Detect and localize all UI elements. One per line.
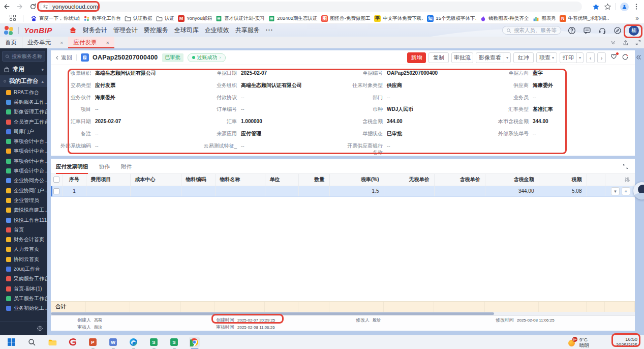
taskbar-icon-sgreen[interactable]: S bbox=[148, 337, 159, 347]
sidebar-item[interactable]: 采购服务工作… bbox=[0, 97, 47, 107]
page-tab[interactable]: 业务单元× bbox=[22, 37, 68, 48]
column-header[interactable]: 序号 bbox=[63, 174, 86, 186]
sidebar-item[interactable]: 悦悦工作台111 bbox=[0, 215, 47, 225]
chevron-down-icon[interactable]: ▾ bbox=[577, 55, 583, 60]
sidebar-item[interactable]: 企业协同门户-… bbox=[0, 186, 47, 195]
forward-icon[interactable] bbox=[13, 2, 26, 12]
chevron-down-icon[interactable]: ▾ bbox=[504, 55, 510, 60]
header-menu-more[interactable]: ··· bbox=[264, 24, 275, 37]
header-menu-item[interactable]: 共享服务 bbox=[233, 24, 262, 37]
toolbar-nav-button[interactable]: ‹ bbox=[586, 52, 595, 63]
column-header[interactable]: 单位 bbox=[265, 174, 298, 186]
bookmark-item[interactable]: 知15个无版权字体下… bbox=[427, 15, 476, 22]
favorite-icon[interactable] bbox=[610, 53, 618, 63]
toolbar-button-红冲[interactable]: 红冲 bbox=[513, 52, 534, 63]
sidebar-item[interactable]: 事项会计中台… bbox=[0, 147, 47, 156]
sidebar-item[interactable]: 影像管理工作台 bbox=[0, 107, 47, 117]
table-row[interactable]: 11.5344.005.08▾« bbox=[51, 186, 635, 196]
taskbar-weather[interactable]: 9+ 9°C晴朗 bbox=[568, 335, 589, 349]
close-tab-icon[interactable]: × bbox=[106, 40, 109, 46]
sidebar-item[interactable]: 员工服务工作台 bbox=[0, 294, 47, 303]
detail-tab[interactable]: 应付发票明细 bbox=[56, 159, 88, 174]
column-header[interactable]: 税率(%) bbox=[329, 174, 384, 186]
bookmark-item[interactable]: 认证 bbox=[156, 15, 174, 22]
toolbar-button-影像查看[interactable]: 影像查看▾ bbox=[476, 52, 511, 63]
bookmark-item[interactable]: 图表秀 bbox=[533, 15, 556, 22]
toolbar-button-审批流[interactable]: 审批流 bbox=[451, 52, 473, 63]
close-tab-icon[interactable]: × bbox=[60, 40, 63, 46]
taskbar-icon-word[interactable]: W bbox=[108, 337, 118, 347]
fullscreen-icon[interactable] bbox=[635, 40, 641, 45]
bookmark-item[interactable]: 数字化工作台 bbox=[83, 15, 121, 22]
share-icon[interactable] bbox=[623, 40, 629, 46]
column-header[interactable]: 成本中心 bbox=[130, 174, 181, 186]
home-icon[interactable] bbox=[69, 26, 77, 35]
sidebar-item[interactable]: 企业管理员 bbox=[0, 195, 47, 205]
taskbar-clock[interactable]: 16:50 2025/2/25 bbox=[616, 337, 637, 347]
sidebar-item[interactable]: 企业协同办公… bbox=[0, 176, 47, 186]
sidebar-search-input[interactable]: 搜索服务名称 bbox=[2, 51, 45, 62]
bookmark-item[interactable]: 字中文字体免费下载… bbox=[374, 15, 423, 22]
column-header[interactable]: 费用项目 bbox=[86, 174, 130, 186]
status-badge-posted[interactable]: 过账成功 › bbox=[188, 53, 226, 62]
column-header[interactable]: 税额 bbox=[539, 174, 587, 186]
horizontal-scrollbar[interactable] bbox=[51, 312, 635, 315]
sidebar-item[interactable]: 首页-副本(1) bbox=[0, 284, 47, 294]
back-button[interactable]: 返回 bbox=[55, 54, 72, 62]
scrollbar-thumb[interactable] bbox=[51, 312, 494, 315]
toolbar-button-联查[interactable]: 联查▾ bbox=[536, 52, 557, 63]
sidebar-settings[interactable] bbox=[0, 322, 47, 335]
browser-profile-icon[interactable] bbox=[620, 3, 629, 11]
select-all-checkbox[interactable] bbox=[53, 177, 59, 183]
page-tab[interactable]: 应付发票× bbox=[68, 37, 114, 48]
header-menu-item[interactable]: 费控服务 bbox=[142, 24, 170, 37]
bookmark-item[interactable]: 镝数图表-种类齐全… bbox=[480, 15, 529, 22]
user-avatar[interactable]: 楠 bbox=[629, 25, 639, 36]
row-expand-button[interactable]: ▾ bbox=[611, 187, 620, 195]
column-header[interactable]: 含税单价 bbox=[434, 174, 485, 186]
column-header[interactable] bbox=[605, 174, 635, 186]
sidebar-section-workbench[interactable]: 我的工作台 ▴ bbox=[0, 75, 47, 87]
bookmark-item[interactable]: 图图怪兽-免费做图工… bbox=[321, 15, 371, 22]
sidebar-item[interactable]: 首页 bbox=[0, 225, 47, 235]
header-menu-item[interactable]: 财务会计 bbox=[81, 24, 109, 37]
sidebar-item[interactable]: 事项会计中台… bbox=[0, 166, 47, 176]
sidebar-item[interactable]: RPA工作台 bbox=[0, 88, 47, 97]
taskbar-icon-sgreen[interactable]: S bbox=[169, 337, 179, 347]
column-header[interactable]: 物料编码 bbox=[181, 174, 215, 186]
taskbar-icon-ppt[interactable]: P bbox=[87, 337, 98, 347]
bookmark-item[interactable]: 202402期生态认证… bbox=[268, 15, 318, 22]
toolbar-button-打印[interactable]: 打印▾ bbox=[560, 52, 584, 63]
page-tab[interactable]: 首页 bbox=[0, 37, 22, 48]
header-menu-item[interactable]: 企业绩效 bbox=[203, 24, 231, 37]
assistant-robot[interactable] bbox=[633, 182, 644, 199]
taskbar-icon-chrome[interactable] bbox=[189, 337, 200, 347]
taskbar-icon-gmeet[interactable] bbox=[67, 337, 78, 347]
message-icon[interactable] bbox=[583, 26, 591, 35]
taskbar-icon-edge[interactable] bbox=[128, 337, 139, 347]
toolbar-nav-button[interactable]: › bbox=[597, 52, 606, 63]
header-menu-item[interactable]: 管理会计 bbox=[111, 24, 140, 37]
taskbar-icon-search[interactable] bbox=[26, 337, 37, 347]
detail-tab[interactable]: 协作 bbox=[99, 159, 110, 174]
column-header[interactable]: 物料名称 bbox=[215, 174, 265, 186]
header-menu-item[interactable]: 全球司库 bbox=[172, 24, 201, 37]
column-header[interactable]: 无税单价 bbox=[384, 174, 434, 186]
sidebar-item[interactable]: 协同云首页 bbox=[0, 254, 47, 264]
sidebar-section-frequent[interactable]: 常用 ▾ bbox=[0, 64, 47, 75]
collapse-panel-icon[interactable] bbox=[636, 54, 641, 60]
taskbar-icon-start[interactable] bbox=[6, 337, 17, 347]
back-icon[interactable] bbox=[0, 2, 13, 12]
sidebar-item[interactable]: 龚悦悦自建工… bbox=[0, 206, 47, 215]
sidebar-item[interactable]: 采购服务工作台 bbox=[0, 274, 47, 284]
detail-tab[interactable]: 附件 bbox=[121, 159, 132, 174]
sidebar-item[interactable]: 事项会计中台… bbox=[0, 156, 47, 166]
sidebar-item[interactable]: 财务会计首页 bbox=[0, 235, 47, 244]
headset-icon[interactable] bbox=[598, 26, 606, 35]
bookmark-item[interactable]: MYonyou邮箱 bbox=[178, 15, 212, 22]
browser-menu-icon[interactable] bbox=[633, 3, 640, 10]
expand-table-icon[interactable] bbox=[623, 163, 629, 169]
bookmark-item[interactable]: 普才认证计划-实习… bbox=[216, 15, 265, 22]
column-header[interactable] bbox=[587, 174, 605, 186]
sidebar-item[interactable]: 业务初始化工… bbox=[0, 304, 47, 313]
